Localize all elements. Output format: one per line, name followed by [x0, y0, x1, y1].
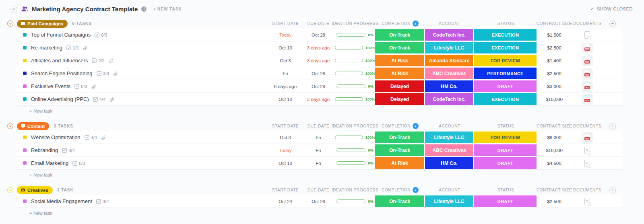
checklist-badge[interactable]: 0/4	[62, 148, 74, 153]
column-header-account[interactable]: ACCOUNT	[425, 21, 474, 26]
column-header-contract-size[interactable]: CONTRACT SIZE	[537, 124, 571, 128]
new-task-row-button[interactable]: + New task	[16, 106, 52, 116]
account-chip[interactable]: Lifestyle LLC	[425, 195, 473, 207]
task-name[interactable]: Online Advertising (PPC)	[31, 96, 89, 102]
table-row[interactable]: Affiliates and Influencers 2/2 Oct 3 3 d…	[16, 54, 622, 67]
column-header-status[interactable]: STATUS	[474, 21, 537, 26]
start-date-cell[interactable]: Today	[269, 33, 302, 37]
task-name[interactable]: Website Optimization	[31, 134, 80, 140]
column-header-start-date[interactable]: START DATE	[269, 188, 302, 192]
contract-size-cell[interactable]: $10,000	[537, 148, 571, 153]
task-color-bullet[interactable]	[23, 136, 27, 139]
documents-cell[interactable]	[571, 147, 603, 154]
checklist-badge[interactable]: 3/3	[97, 71, 109, 76]
account-chip[interactable]: ABC Creatives	[425, 68, 473, 79]
checklist-badge[interactable]: 0/3	[72, 161, 85, 166]
group-badge[interactable]: Paid Campaigns	[17, 20, 68, 28]
checklist-badge[interactable]: 4/4	[93, 97, 105, 102]
group-collapse-icon[interactable]	[7, 21, 13, 27]
account-chip[interactable]: Lifestyle LLC	[425, 42, 473, 53]
table-row[interactable]: Re-marketing 1/1 Oct 10 3 days ago 100% …	[16, 41, 622, 54]
contract-size-cell[interactable]: $6,000	[537, 135, 571, 140]
column-header-start-date[interactable]: START DATE	[269, 124, 302, 128]
due-date-cell[interactable]: Oct 28	[302, 199, 335, 204]
sort-ascending-icon[interactable]: ▲	[413, 21, 419, 27]
show-closed-toggle[interactable]: ✓ SHOW CLOSED	[590, 6, 633, 12]
status-chip[interactable]: DRAFT	[474, 195, 537, 207]
task-name[interactable]: Search Engine Positioning	[31, 70, 93, 76]
due-date-cell[interactable]: 3 days ago	[302, 45, 335, 50]
column-header-documents[interactable]: DOCUMENTS	[571, 21, 603, 26]
start-date-cell[interactable]: 6 days ago	[269, 84, 302, 89]
completion-chip[interactable]: On-Track	[375, 195, 424, 207]
completion-chip[interactable]: Delayed	[375, 93, 424, 105]
contract-size-cell[interactable]: $1,400	[537, 58, 571, 63]
table-row[interactable]: Social Media Engagement 0/2 Oct 24 Oct 2…	[16, 195, 622, 208]
checklist-badge[interactable]: 0/3	[95, 33, 107, 37]
new-task-row-button[interactable]: + New task	[16, 208, 52, 218]
task-color-bullet[interactable]	[23, 97, 27, 101]
task-color-bullet[interactable]	[23, 59, 27, 62]
task-color-bullet[interactable]	[23, 161, 27, 165]
pdf-document-icon[interactable]: PDF	[582, 132, 593, 143]
column-header-contract-size[interactable]: CONTRACT SIZE	[537, 188, 571, 192]
table-row[interactable]: Website Optimization 4/4 Oct 3 Fri 100% …	[16, 131, 622, 144]
column-header-contract-size[interactable]: CONTRACT SIZE	[537, 21, 571, 26]
account-chip[interactable]: HM Co.	[425, 80, 473, 92]
start-date-cell[interactable]: Oct 24	[269, 199, 302, 204]
contract-size-cell[interactable]: $2,500	[537, 71, 571, 76]
add-document-icon[interactable]	[584, 147, 590, 154]
checklist-badge[interactable]: 1/1	[66, 45, 79, 50]
task-color-bullet[interactable]	[23, 199, 27, 203]
start-date-cell[interactable]: Fri	[269, 71, 302, 76]
table-row[interactable]: Exclusive Events 0/3 6 days ago Oct 28 0…	[16, 80, 622, 93]
completion-chip[interactable]: On-Track	[375, 144, 424, 156]
pdf-document-icon[interactable]: PDF	[582, 43, 593, 53]
documents-cell[interactable]: PDF	[571, 55, 603, 66]
group-collapse-icon[interactable]	[7, 123, 13, 129]
documents-cell[interactable]: PDF	[571, 132, 603, 143]
status-chip[interactable]: EXECUTION	[474, 42, 537, 53]
pdf-document-icon[interactable]: PDF	[582, 55, 593, 66]
start-date-cell[interactable]: Oct 3	[269, 135, 302, 140]
new-task-button[interactable]: + NEW TASK	[153, 7, 182, 11]
add-document-icon[interactable]	[584, 31, 590, 39]
column-header-due-date[interactable]: DUE DATE	[302, 188, 335, 192]
checklist-badge[interactable]: 2/2	[92, 58, 104, 63]
group-badge[interactable]: Content	[17, 122, 49, 130]
documents-cell[interactable]: PDF	[571, 68, 603, 79]
documents-cell[interactable]	[571, 31, 603, 39]
task-color-bullet[interactable]	[23, 148, 27, 152]
status-chip[interactable]: EXECUTION	[474, 93, 537, 105]
task-name[interactable]: Email Marketing	[31, 160, 68, 166]
column-header-start-date[interactable]: START DATE	[269, 21, 302, 26]
checklist-badge[interactable]: 4/4	[85, 135, 97, 140]
column-header-status[interactable]: STATUS	[474, 188, 537, 192]
add-column-button[interactable]: +	[609, 187, 616, 193]
add-column-button[interactable]: +	[609, 123, 616, 129]
column-header-due-date[interactable]: DUE DATE	[302, 124, 335, 128]
due-date-cell[interactable]: Fri	[302, 135, 335, 140]
column-header-due-date[interactable]: DUE DATE	[302, 21, 335, 26]
column-header-completion[interactable]: COMPLETION▲	[375, 187, 425, 193]
task-name[interactable]: Exclusive Events	[31, 83, 70, 89]
account-chip[interactable]: CodeTech Inc.	[425, 29, 473, 41]
table-row[interactable]: Rebranding 0/4 Today Fri 0% On-Track ABC…	[16, 144, 622, 157]
column-header-completion[interactable]: COMPLETION▲	[375, 123, 425, 129]
due-date-cell[interactable]: Oct 28	[302, 71, 335, 76]
documents-cell[interactable]: PDF	[571, 94, 603, 105]
status-chip[interactable]: PERFORMANCE	[474, 68, 537, 79]
completion-chip[interactable]: On-Track	[375, 42, 424, 53]
contract-size-cell[interactable]: $2,500	[537, 199, 571, 204]
task-name[interactable]: Re-marketing	[31, 45, 62, 51]
contract-size-cell[interactable]: $2,500	[537, 45, 571, 50]
task-name[interactable]: Affiliates and Influencers	[31, 58, 88, 64]
add-document-icon[interactable]	[584, 160, 590, 167]
start-date-cell[interactable]: Oct 10	[269, 97, 302, 102]
column-header-completion[interactable]: COMPLETION▲	[375, 21, 425, 27]
completion-chip[interactable]: At Risk	[375, 68, 424, 79]
checklist-badge[interactable]: 0/3	[74, 84, 87, 89]
table-row[interactable]: Search Engine Positioning 3/3 Fri Oct 28…	[16, 67, 622, 80]
table-row[interactable]: Email Marketing 0/3 Oct 10 Fri 0% At Ris…	[16, 157, 622, 170]
column-header-documents[interactable]: DOCUMENTS	[571, 188, 603, 192]
